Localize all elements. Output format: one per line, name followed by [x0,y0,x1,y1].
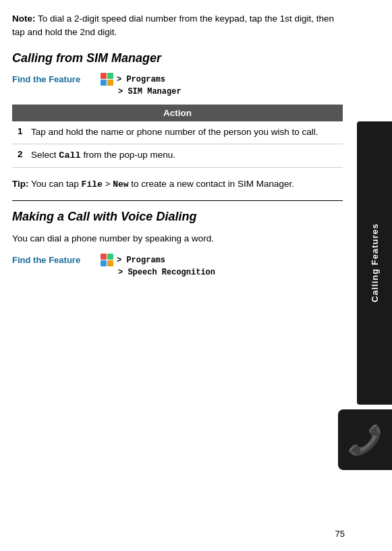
note-paragraph: Note: To dial a 2-digit speed dial numbe… [12,12,343,40]
action-header: Action [12,105,343,121]
find-feature-2-line2: > Speech Recognition [101,268,215,277]
find-feature-2-label: Find the Feature [12,254,90,265]
tip-file: File [82,179,103,190]
find-feature-1: Find the Feature > Programs > SIM Manage… [12,73,343,96]
find-feature-2-path-line2: > Speech Recognition [118,268,215,277]
table-row: 2 Select Call from the pop-up menu. [12,144,343,167]
find-feature-1-path-line2: > SIM Manager [118,87,181,96]
find-feature-2-path: > Programs > Speech Recognition [98,254,215,277]
windows-icon-1 [101,73,114,86]
tip-prefix: Tip: [12,179,29,189]
sidebar-label: Calling Features [370,223,380,302]
find-feature-2-path-line1: > Programs [117,256,165,265]
section-divider [12,200,343,201]
section2-intro: You can dial a phone number by speaking … [12,232,343,245]
tip-paragraph: Tip: You can tap File > New to create a … [12,177,343,192]
section1-heading: Calling from SIM Manager [12,51,343,66]
section2-heading: Making a Call with Voice Dialing [12,209,343,225]
action-table: Action 1 Tap and hold the name or phone … [12,105,343,168]
main-content: Note: To dial a 2-digit speed dial numbe… [12,12,343,277]
action-call-bold: Call [59,150,80,161]
phone-icon: 📞 [347,424,383,457]
tip-new: New [113,179,128,190]
phone-icon-container: 📞 [338,409,392,470]
note-text: To dial a 2-digit speed dial number from… [12,13,334,37]
action-text-1: Tap and hold the name or phone number of… [28,121,343,144]
action-num-1: 1 [12,121,28,144]
page-number: 75 [335,529,345,539]
find-feature-1-line2: > SIM Manager [101,87,181,96]
find-feature-2-line1: > Programs [101,254,165,267]
windows-icon-2 [101,254,114,267]
find-feature-1-line1: > Programs [101,73,165,86]
find-feature-2: Find the Feature > Programs > Speech Rec… [12,254,343,277]
action-text-2: Select Call from the pop-up menu. [28,144,343,167]
table-row: 1 Tap and hold the name or phone number … [12,121,343,144]
action-num-2: 2 [12,144,28,167]
page-container: Calling Features 📞 Note: To dial a 2-dig… [0,0,392,551]
find-feature-1-path: > Programs > SIM Manager [98,73,181,96]
find-feature-1-label: Find the Feature [12,73,90,84]
side-tab: Calling Features [357,121,392,405]
find-feature-1-path-line1: > Programs [117,75,165,84]
note-prefix: Note: [12,13,36,24]
